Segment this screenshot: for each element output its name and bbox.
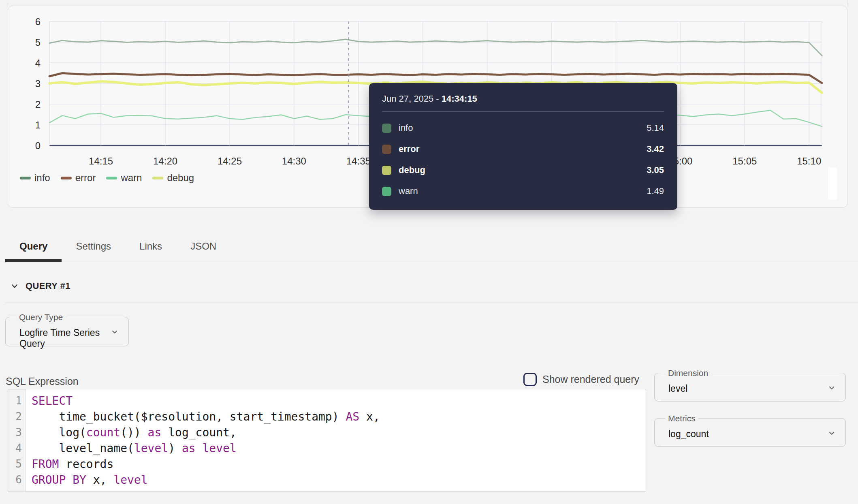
tooltip-series-value: 1.49 (647, 186, 664, 196)
tab-json[interactable]: JSON (176, 231, 231, 262)
x-axis-tick-label: 14:25 (218, 156, 242, 167)
x-axis-tick-label: 15:10 (797, 156, 821, 167)
code-line: GROUP BY x, level (32, 472, 380, 488)
code-line: time_bucket($resolution, start_timestamp… (32, 409, 380, 425)
metrics-value: log_count (660, 429, 841, 440)
tooltip-row-warn: warn1.49 (382, 181, 664, 202)
y-axis-tick-label: 3 (35, 78, 41, 89)
panel-editor-page: 012345614:1514:2014:2514:3014:3514:4014:… (0, 0, 858, 504)
y-axis-tick-label: 1 (35, 120, 41, 130)
query-header-label: QUERY #1 (26, 281, 70, 291)
query-type-value: Logfire Time Series Query (11, 327, 124, 349)
legend-label: warn (121, 172, 142, 184)
chevron-down-icon (827, 428, 837, 438)
metrics-select[interactable]: Metrics log_count (654, 414, 846, 447)
tab-links[interactable]: Links (125, 231, 176, 262)
legend-item-info[interactable]: info (20, 172, 50, 184)
y-axis-tick-label: 0 (35, 140, 41, 151)
tooltip-row-error: error3.42 (382, 139, 664, 160)
sql-editor[interactable]: 123456 SELECT time_bucket($resolution, s… (8, 389, 646, 491)
legend-item-error[interactable]: error (61, 172, 96, 184)
scrollbar-thumb[interactable] (828, 167, 837, 200)
code-line: SELECT (32, 393, 380, 409)
metrics-label: Metrics (665, 414, 698, 423)
previous-card-remnant (8, 0, 847, 6)
y-axis-tick-label: 4 (35, 58, 41, 68)
chevron-down-icon (11, 282, 19, 290)
tooltip-timestamp: Jun 27, 2025 - 14:34:15 (382, 94, 664, 104)
line-number: 5 (8, 456, 25, 472)
x-axis-tick-label: 14:30 (282, 156, 306, 167)
tooltip-swatch-info (382, 124, 391, 133)
chart-tooltip: Jun 27, 2025 - 14:34:15 info5.14error3.4… (369, 83, 677, 210)
tab-settings[interactable]: Settings (62, 231, 125, 262)
show-rendered-query-label: Show rendered query (542, 374, 639, 385)
tooltip-row-debug: debug3.05 (382, 160, 664, 181)
x-axis-tick-label: 14:20 (153, 156, 177, 167)
tooltip-divider (382, 111, 664, 112)
tooltip-series-value: 3.42 (647, 144, 664, 154)
show-rendered-query-checkbox[interactable] (523, 373, 537, 386)
tooltip-series-label: info (399, 123, 413, 133)
tooltip-swatch-warn (382, 187, 391, 196)
chevron-down-icon (110, 327, 120, 337)
query-type-select[interactable]: Query Type Logfire Time Series Query (5, 313, 129, 346)
line-number: 1 (8, 393, 25, 409)
chart-legend: infoerrorwarndebug (20, 172, 194, 184)
x-axis-tick-label: 15:05 (732, 156, 757, 167)
sql-editor-code[interactable]: SELECT time_bucket($resolution, start_ti… (26, 389, 380, 491)
query-1-collapse-header[interactable]: QUERY #1 (11, 281, 70, 291)
tooltip-series-value: 5.14 (647, 123, 664, 133)
line-number: 4 (8, 440, 25, 456)
sql-expression-label: SQL Expression (6, 376, 79, 387)
line-number: 2 (8, 409, 25, 425)
line-number: 6 (8, 472, 25, 488)
x-axis-tick-label: 14:15 (89, 156, 113, 167)
legend-item-debug[interactable]: debug (152, 172, 194, 184)
dimension-label: Dimension (665, 369, 711, 377)
editor-tabs: Query Settings Links JSON (0, 231, 858, 262)
line-number: 3 (8, 425, 25, 440)
show-rendered-query-row: Show rendered query (523, 373, 639, 386)
legend-item-warn[interactable]: warn (106, 172, 142, 184)
chevron-down-icon (827, 383, 837, 393)
code-line: level_name(level) as level (32, 440, 380, 456)
sql-editor-gutter: 123456 (8, 389, 26, 491)
tooltip-date: Jun 27, 2025 - (382, 94, 442, 104)
y-axis-tick-label: 2 (35, 99, 41, 110)
code-line: FROM records (32, 456, 380, 472)
x-axis-tick-label: 14:35 (346, 156, 371, 167)
tooltip-time: 14:34:15 (442, 94, 477, 104)
legend-label: error (75, 172, 96, 184)
tooltip-rows: info5.14error3.42debug3.05warn1.49 (382, 117, 664, 202)
legend-label: info (34, 172, 50, 184)
tooltip-row-info: info5.14 (382, 117, 664, 139)
tooltip-series-label: debug (399, 165, 425, 175)
tooltip-series-label: warn (399, 186, 418, 196)
legend-swatch-info (20, 177, 31, 179)
tooltip-swatch-error (382, 145, 391, 154)
legend-swatch-debug (152, 177, 163, 179)
code-line: log(count()) as log_count, (32, 425, 380, 440)
y-axis-tick-label: 5 (35, 37, 41, 48)
section-divider (5, 303, 858, 303)
dimension-select[interactable]: Dimension level (654, 369, 846, 401)
dimension-value: level (660, 383, 841, 394)
y-axis-tick-label: 6 (35, 16, 41, 27)
legend-swatch-warn (106, 177, 117, 179)
legend-swatch-error (61, 177, 72, 179)
query-type-label: Query Type (16, 313, 66, 321)
legend-label: debug (167, 172, 194, 184)
tab-query[interactable]: Query (5, 231, 62, 262)
tooltip-series-label: error (399, 144, 419, 154)
tooltip-swatch-debug (382, 166, 391, 175)
tooltip-series-value: 3.05 (647, 165, 664, 175)
